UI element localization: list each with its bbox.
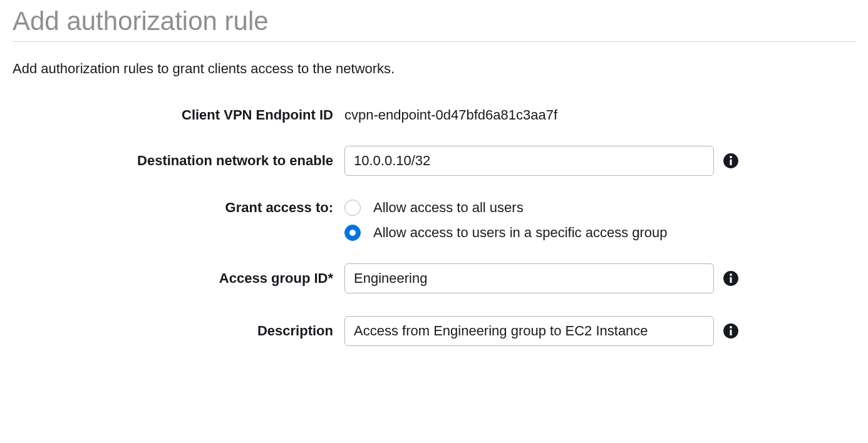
access-group-id-input[interactable]: [344, 263, 714, 293]
info-icon[interactable]: [723, 153, 739, 169]
radio-checked-icon: [344, 225, 361, 241]
svg-rect-1: [730, 160, 731, 165]
radio-option-specific-group[interactable]: Allow access to users in a specific acce…: [344, 225, 668, 241]
row-grant-access: Grant access to: Allow access to all use…: [13, 198, 855, 241]
row-access-group-id: Access group ID*: [13, 263, 855, 293]
description-input[interactable]: [344, 316, 714, 346]
label-grant-access: Grant access to:: [13, 198, 344, 216]
svg-rect-4: [730, 277, 731, 283]
page-title: Add authorization rule: [13, 6, 855, 42]
radio-label-all-users: Allow access to all users: [373, 200, 524, 216]
label-destination-network: Destination network to enable: [13, 153, 344, 169]
radio-option-all-users[interactable]: Allow access to all users: [344, 200, 668, 216]
radio-unchecked-icon: [344, 200, 361, 216]
svg-rect-7: [730, 330, 731, 335]
value-endpoint-id: cvpn-endpoint-0d47bfd6a81c3aa7f: [344, 107, 557, 123]
row-destination-network: Destination network to enable: [13, 146, 855, 176]
label-access-group-id: Access group ID*: [13, 270, 344, 287]
svg-point-5: [730, 273, 732, 276]
row-endpoint-id: Client VPN Endpoint ID cvpn-endpoint-0d4…: [13, 107, 855, 123]
destination-network-input[interactable]: [344, 146, 714, 176]
info-icon[interactable]: [723, 270, 739, 287]
label-description: Description: [13, 323, 344, 339]
grant-access-radio-group: Allow access to all users Allow access t…: [344, 198, 668, 241]
label-endpoint-id: Client VPN Endpoint ID: [13, 107, 344, 123]
svg-point-8: [730, 326, 732, 328]
svg-point-2: [730, 156, 732, 158]
row-description: Description: [13, 316, 855, 346]
radio-label-specific-group: Allow access to users in a specific acce…: [373, 225, 668, 241]
info-icon[interactable]: [723, 323, 739, 339]
page-subtitle: Add authorization rules to grant clients…: [13, 61, 855, 77]
